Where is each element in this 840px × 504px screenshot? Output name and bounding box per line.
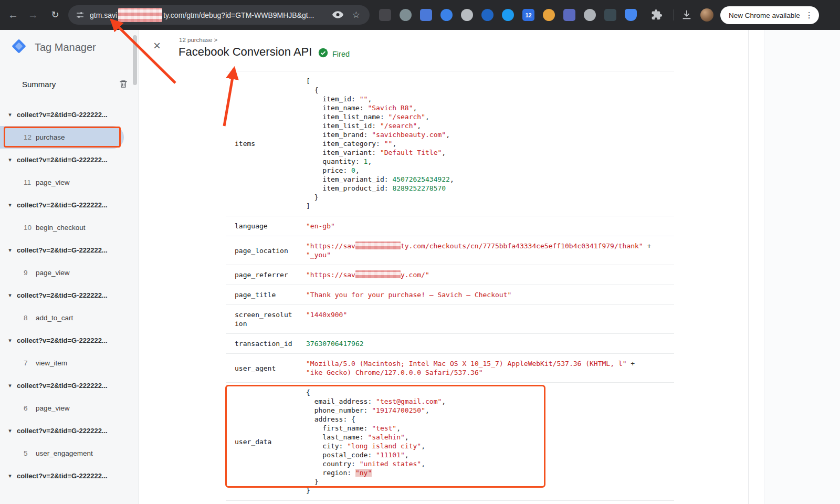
- collapse-arrow-icon: ▾: [3, 382, 17, 389]
- code-token: region:: [306, 469, 355, 477]
- event-group-header[interactable]: ▾collect?v=2&tid=G-222222...: [0, 374, 139, 397]
- code-line: item_list_name: "/search",: [306, 112, 454, 121]
- event-number: 7: [24, 359, 36, 367]
- sidebar-scrollbar[interactable]: [133, 35, 137, 85]
- code-token: "_you": [306, 251, 331, 259]
- url-bar[interactable]: gtm.savi ty.com/gtm/debug?id=GTM-WWB9MHJ…: [68, 5, 370, 25]
- bookmark-star-icon[interactable]: ☆: [352, 9, 360, 20]
- code-token: [: [306, 77, 310, 85]
- event-group-label: collect?v=2&tid=G-222222...: [17, 472, 108, 480]
- downloads-icon[interactable]: [681, 9, 692, 23]
- extension-icon-10[interactable]: [563, 9, 575, 21]
- event-name: page_view: [36, 178, 70, 186]
- event-name: add_to_cart: [36, 314, 73, 322]
- kv-key: page_referrer: [226, 270, 294, 279]
- event-group-header[interactable]: ▾collect?v=2&tid=G-222222...: [0, 419, 139, 442]
- event-item-add_to_cart[interactable]: 8add_to_cart: [0, 307, 139, 329]
- code-token: "savichbeauty.com": [372, 131, 446, 139]
- code-token: ,: [421, 460, 425, 468]
- event-group-header[interactable]: ▾collect?v=2&tid=G-222222...: [0, 194, 139, 216]
- extension-icon-3[interactable]: [420, 9, 432, 21]
- preview-eye-icon[interactable]: [332, 11, 343, 20]
- extension-icon-13[interactable]: [625, 9, 637, 21]
- clear-trash-icon[interactable]: [119, 79, 128, 89]
- code-token: ,: [396, 424, 401, 432]
- event-item-purchase[interactable]: 12purchase: [0, 126, 124, 149]
- code-line: ]: [306, 202, 454, 211]
- code-line: "Thank you for your purchase! — Savich —…: [306, 290, 511, 299]
- event-item-page_view[interactable]: 6page_view: [0, 397, 139, 419]
- extension-icon-9[interactable]: [543, 9, 555, 21]
- forward-icon[interactable]: →: [24, 0, 42, 30]
- extension-icon-4[interactable]: [440, 9, 453, 21]
- code-token: "ny": [355, 469, 372, 477]
- event-number: 9: [24, 269, 36, 277]
- event-group-header[interactable]: ▾collect?v=2&tid=G-222222...: [0, 284, 139, 307]
- event-name: view_item: [36, 359, 67, 367]
- code-token: ,: [425, 113, 429, 121]
- code-token: price:: [306, 166, 351, 174]
- chrome-update-label: New Chrome available: [729, 12, 800, 19]
- event-group-label: collect?v=2&tid=G-222222...: [17, 291, 108, 299]
- event-item-begin_checkout[interactable]: 10begin_checkout: [0, 216, 139, 239]
- code-line: "https://savy.com/": [306, 270, 429, 279]
- menu-kebab-icon[interactable]: ⋮: [805, 10, 813, 20]
- code-token: "en-gb": [306, 222, 335, 230]
- code-token: "salehin": [368, 433, 404, 441]
- extension-icon-11[interactable]: [584, 9, 596, 21]
- extension-icon-5[interactable]: [461, 9, 473, 21]
- code-line: "ike Gecko) Chrome/127.0.0.0 Safari/537.…: [306, 368, 635, 377]
- panel-divider: [748, 30, 749, 504]
- extension-icon-1[interactable]: [379, 9, 391, 21]
- event-item-page_view[interactable]: 9page_view: [0, 261, 139, 284]
- code-token: 8289252278570: [392, 184, 446, 192]
- app-title: Tag Manager: [35, 41, 96, 54]
- summary-row[interactable]: Summary: [0, 73, 139, 95]
- code-token: item_name:: [306, 104, 368, 112]
- event-item-page_view[interactable]: 11page_view: [0, 171, 139, 194]
- extension-icon-2[interactable]: [400, 9, 412, 21]
- sidebar-header: Tag Manager: [0, 30, 139, 65]
- code-token: ,: [355, 166, 360, 174]
- kv-row-user_data: user_data{ email_address: "test@gmail.co…: [226, 383, 674, 501]
- event-group-header[interactable]: ▾collect?v=2&tid=G-222222...: [0, 239, 139, 261]
- url-prefix: gtm.savi: [90, 11, 117, 19]
- kv-value: "https://savty.com/checkouts/cn/7775bbfa…: [306, 242, 651, 259]
- event-group-header[interactable]: ▾collect?v=2&tid=G-222222...: [0, 329, 139, 352]
- extensions-puzzle-icon[interactable]: [651, 9, 663, 23]
- reload-icon[interactable]: ↻: [46, 0, 64, 30]
- kv-value: "Mozilla/5.0 (Macintosh; Intel Mac OS X …: [306, 359, 635, 377]
- event-group-label: collect?v=2&tid=G-222222...: [17, 201, 108, 209]
- event-item-user_engagement[interactable]: 5user_engagement: [0, 442, 139, 465]
- extensions-bar: 12: [379, 9, 637, 21]
- code-line: }: [306, 193, 454, 202]
- close-icon[interactable]: ×: [153, 39, 161, 52]
- profile-avatar[interactable]: [700, 8, 713, 22]
- site-settings-icon[interactable]: [76, 10, 85, 19]
- code-token: "1440x900": [306, 311, 347, 319]
- event-group-header[interactable]: ▾collect?v=2&tid=G-222222...: [0, 465, 139, 487]
- event-group-header[interactable]: ▾collect?v=2&tid=G-222222...: [0, 149, 139, 171]
- kv-key: user_agent: [226, 364, 294, 373]
- code-line: [: [306, 77, 454, 86]
- code-token: city:: [306, 442, 347, 450]
- extension-icon-12[interactable]: [604, 9, 616, 21]
- code-token: "/search": [388, 113, 425, 121]
- back-icon[interactable]: ←: [4, 0, 22, 30]
- code-token: postal_code:: [306, 451, 376, 459]
- code-token: ,: [417, 122, 421, 130]
- event-number: 8: [24, 314, 36, 322]
- code-line: address: {: [306, 415, 446, 424]
- event-group-header[interactable]: ▾collect?v=2&tid=G-222222...: [0, 103, 139, 126]
- code-token: country:: [306, 460, 360, 468]
- summary-label: Summary: [22, 80, 56, 89]
- breadcrumb[interactable]: 12 purchase >: [179, 37, 217, 43]
- kv-row-items: items[ { item_id: "", item_name: "Savich…: [226, 71, 674, 216]
- extension-icon-7[interactable]: [502, 9, 514, 21]
- extension-icon-8[interactable]: 12: [522, 9, 534, 21]
- code-line: quantity: 1,: [306, 157, 454, 166]
- chrome-update-button[interactable]: New Chrome available ⋮: [720, 6, 819, 24]
- event-item-view_item[interactable]: 7view_item: [0, 352, 139, 374]
- collapse-arrow-icon: ▾: [3, 292, 17, 299]
- extension-icon-6[interactable]: [481, 9, 494, 21]
